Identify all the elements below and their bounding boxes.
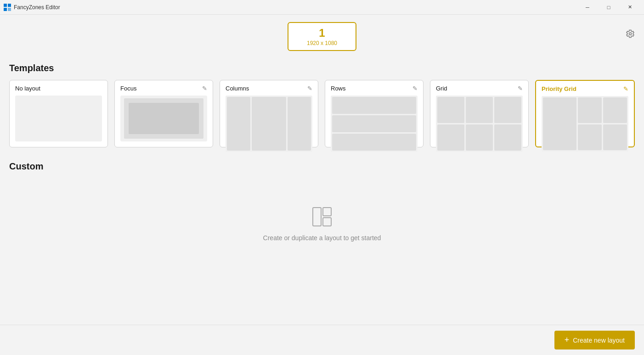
template-name-focus: Focus: [120, 85, 136, 92]
minimize-button[interactable]: ─: [577, 0, 598, 15]
template-card-priority-grid[interactable]: Priority Grid ✎: [535, 80, 635, 147]
grid-zone-5: [466, 124, 493, 151]
svg-rect-5: [323, 208, 331, 216]
template-preview-priority-grid: [542, 96, 628, 152]
close-button[interactable]: ✕: [619, 0, 640, 15]
monitor-number: 1: [307, 27, 337, 40]
priority-top-right-1: [578, 97, 602, 123]
template-name-rows: Rows: [331, 85, 346, 92]
svg-rect-4: [313, 208, 321, 226]
grid-zone-6: [494, 124, 521, 151]
template-preview-no-layout: [15, 96, 102, 141]
template-preview-rows: [331, 96, 418, 152]
rows-zone-3: [332, 134, 416, 151]
svg-rect-1: [8, 4, 11, 7]
priority-bottom-right-2: [603, 124, 627, 150]
edit-icon-priority-grid[interactable]: ✎: [623, 85, 628, 92]
template-card-rows[interactable]: Rows ✎: [325, 80, 424, 147]
template-name-priority-grid: Priority Grid: [542, 85, 576, 92]
edit-icon-focus[interactable]: ✎: [202, 85, 207, 92]
template-name-grid: Grid: [436, 85, 447, 92]
template-card-no-layout[interactable]: No layout: [9, 80, 108, 147]
app-icon: [4, 4, 11, 11]
template-preview-columns: [226, 96, 312, 152]
title-bar-left: FancyZones Editor: [4, 4, 60, 11]
grid-zone-4: [437, 124, 464, 151]
title-bar: FancyZones Editor ─ □ ✕: [0, 0, 644, 15]
template-header-focus: Focus ✎: [120, 85, 207, 92]
template-header-rows: Rows ✎: [331, 85, 418, 92]
template-header-columns: Columns ✎: [226, 85, 312, 92]
template-card-columns[interactable]: Columns ✎: [220, 80, 318, 147]
template-preview-grid: [436, 96, 523, 152]
gear-icon: [626, 29, 635, 39]
monitor-card[interactable]: 1 1920 x 1080: [288, 22, 356, 51]
svg-rect-3: [8, 8, 11, 11]
columns-zone-1: [227, 97, 250, 151]
custom-empty-state: Create or duplicate a layout to get star…: [9, 178, 635, 260]
svg-rect-0: [4, 4, 7, 7]
edit-icon-rows[interactable]: ✎: [412, 85, 418, 92]
edit-icon-grid[interactable]: ✎: [518, 85, 523, 92]
create-new-layout-button[interactable]: + Create new layout: [554, 331, 635, 349]
app-title: FancyZones Editor: [14, 4, 60, 11]
create-button-label: Create new layout: [573, 337, 625, 344]
bottom-bar: + Create new layout: [0, 325, 644, 355]
main-content: Templates No layout Focus ✎ Col: [0, 56, 644, 325]
template-header-priority-grid: Priority Grid ✎: [542, 85, 628, 92]
template-name-no-layout: No layout: [15, 85, 40, 92]
columns-zone-3: [288, 97, 311, 151]
monitor-resolution: 1920 x 1080: [307, 40, 337, 46]
title-bar-controls: ─ □ ✕: [577, 0, 640, 15]
settings-area: [624, 28, 637, 43]
template-name-columns: Columns: [226, 85, 249, 92]
settings-button[interactable]: [624, 28, 637, 43]
monitor-area: 1 1920 x 1080: [0, 15, 644, 56]
grid-zone-2: [466, 97, 493, 123]
template-preview-focus: [120, 96, 207, 141]
svg-rect-6: [323, 218, 331, 226]
columns-zone-2: [252, 97, 287, 151]
templates-row: No layout Focus ✎ Columns ✎: [9, 80, 635, 147]
custom-empty-text: Create or duplicate a layout to get star…: [263, 234, 381, 242]
template-header-grid: Grid ✎: [436, 85, 523, 92]
custom-empty-icon: [311, 206, 333, 228]
edit-icon-columns[interactable]: ✎: [307, 85, 312, 92]
rows-zone-2: [332, 115, 416, 132]
template-header-no-layout: No layout: [15, 85, 102, 92]
template-card-grid[interactable]: Grid ✎: [430, 80, 529, 147]
no-layout-zone: [17, 97, 101, 140]
rows-zone-1: [332, 97, 416, 114]
priority-main-zone: [543, 97, 576, 150]
custom-section-title: Custom: [9, 161, 635, 172]
maximize-button[interactable]: □: [598, 0, 619, 15]
priority-top-right-2: [603, 97, 627, 123]
svg-rect-2: [4, 8, 7, 11]
grid-zone-1: [437, 97, 464, 123]
templates-section-title: Templates: [9, 63, 635, 73]
grid-zone-3: [494, 97, 521, 123]
plus-icon: +: [565, 335, 570, 345]
priority-bottom-right-1: [578, 124, 602, 150]
template-card-focus[interactable]: Focus ✎: [114, 80, 213, 147]
